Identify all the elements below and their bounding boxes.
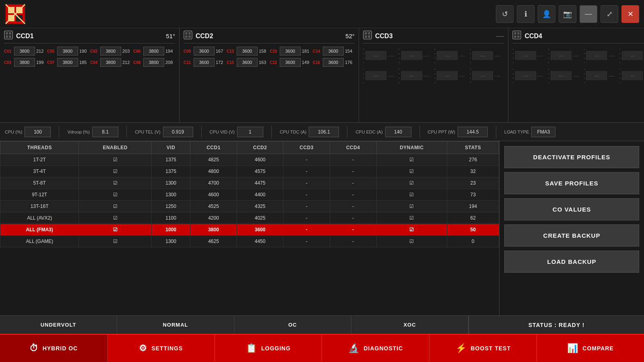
refresh-btn[interactable]: ↺ — [496, 5, 514, 23]
close-btn[interactable]: ✕ — [621, 5, 639, 23]
cell-7-1[interactable]: ☑ — [79, 236, 152, 247]
info-btn[interactable]: ℹ — [517, 5, 535, 23]
nav-boost-test[interactable]: ⚡ BOOST TEST — [429, 335, 537, 362]
core-input-ccd2-4[interactable] — [194, 58, 215, 67]
core-input-ccd4-0[interactable] — [515, 51, 536, 60]
metric-input-cpu-ppt[interactable] — [458, 127, 488, 137]
cell-4-2: 1250 — [152, 201, 190, 212]
core-input-ccd4-4[interactable] — [515, 71, 536, 80]
core-cell-ccd1-6: C04 212 — [90, 58, 132, 67]
cell-0-1[interactable]: ☑ — [79, 154, 152, 166]
core-input-ccd2-3[interactable] — [323, 47, 344, 56]
cell-4-1[interactable]: ☑ — [79, 201, 152, 212]
core-input-ccd4-5[interactable] — [551, 71, 572, 80]
oc-button[interactable]: OC — [234, 316, 351, 334]
core-input-ccd1-4[interactable] — [14, 58, 35, 67]
core-input-ccd2-7[interactable] — [323, 58, 344, 67]
metric-input-cpu-vid[interactable] — [237, 127, 263, 137]
core-input-ccd4-6[interactable] — [586, 71, 607, 80]
save-profiles-button[interactable]: SAVE PROFILES — [504, 172, 639, 194]
cell-7-7[interactable]: ☑ — [376, 236, 447, 247]
metric-input-cpu-tel[interactable] — [163, 127, 193, 137]
user-btn[interactable]: 👤 — [538, 5, 555, 23]
core-input-ccd3-6[interactable] — [437, 71, 458, 80]
normal-button[interactable]: NORMAL — [117, 316, 234, 334]
table-row: 3T-4T☑137548004575--☑32 — [0, 166, 499, 177]
core-cell-ccd3-7: ---- ---- — [470, 67, 504, 84]
cell-4-7[interactable]: ☑ — [376, 201, 447, 212]
core-cell-ccd4-5: ---- ---- — [548, 67, 582, 84]
cell-6-4: 3600 — [237, 224, 283, 236]
cell-1-1[interactable]: ☑ — [79, 166, 152, 177]
os-info — [38, 10, 496, 18]
undervolt-button[interactable]: UNDERVOLT — [0, 316, 117, 334]
core-input-ccd3-7[interactable] — [472, 71, 493, 80]
cell-0-7[interactable]: ☑ — [376, 154, 447, 166]
cell-0-3: 4825 — [190, 154, 237, 166]
core-input-ccd2-6[interactable] — [280, 58, 301, 67]
cell-5-1[interactable]: ☑ — [79, 212, 152, 224]
table-row: 13T-16T☑125045254325--☑194 — [0, 201, 499, 212]
cell-3-7[interactable]: ☑ — [376, 189, 447, 201]
metric-item-load-type: LOAD TYPE — [504, 127, 556, 137]
core-input-ccd3-3[interactable] — [472, 51, 493, 60]
cell-6-7[interactable]: ☑ — [376, 224, 447, 236]
nav-logging[interactable]: 📋 LOGGING — [215, 335, 322, 362]
core-input-ccd2-1[interactable] — [237, 47, 258, 56]
metric-input-cpu-tdc[interactable] — [309, 127, 339, 137]
load-backup-button[interactable]: LOAD BACKUP — [504, 251, 639, 273]
cell-6-1[interactable]: ☑ — [79, 224, 152, 236]
core-input-ccd1-5[interactable] — [57, 58, 78, 67]
cell-5-7[interactable]: ☑ — [376, 212, 447, 224]
metric-item-cpu-percent: CPU (%) — [5, 127, 51, 137]
core-input-ccd4-1[interactable] — [551, 51, 572, 60]
metric-input-load-type[interactable] — [531, 127, 555, 137]
metric-input-vdroop[interactable] — [92, 127, 118, 137]
svg-rect-14 — [185, 32, 188, 35]
cell-5-4: 4025 — [237, 212, 283, 224]
screenshot-btn[interactable]: 📷 — [559, 5, 576, 23]
deactivate-profiles-button[interactable]: DEACTIVATE PROFILES — [504, 146, 639, 168]
metric-input-cpu-percent[interactable] — [25, 127, 51, 137]
core-input-ccd3-2[interactable] — [437, 51, 458, 60]
core-input-ccd3-0[interactable] — [365, 51, 386, 60]
cell-3-1[interactable]: ☑ — [79, 189, 152, 201]
co-values-button[interactable]: CO VALUES — [504, 198, 639, 220]
nav-boost-test-icon: ⚡ — [456, 343, 467, 354]
nav-hybrid-oc[interactable]: ⏱ HYBRID OC — [0, 335, 107, 362]
xoc-button[interactable]: XOC — [351, 316, 469, 334]
ccd-header-ccd4: CCD4 ---- — [512, 31, 644, 43]
cell-2-7[interactable]: ☑ — [376, 177, 447, 189]
restore-btn[interactable]: ⤢ — [601, 5, 618, 23]
cell-1-7[interactable]: ☑ — [376, 166, 447, 177]
metric-label-cpu-tel: CPU TEL (V) — [135, 130, 161, 134]
minimize-btn[interactable]: — — [580, 5, 597, 23]
metric-input-cpu-edc[interactable] — [385, 127, 411, 137]
nav-compare[interactable]: 📊 COMPARE — [537, 335, 644, 362]
core-input-ccd1-1[interactable] — [57, 47, 78, 56]
nav-settings[interactable]: ⚙ SETTINGS — [107, 335, 215, 362]
core-input-ccd4-7[interactable] — [622, 71, 643, 80]
core-input-ccd2-2[interactable] — [280, 47, 301, 56]
metric-label-cpu-edc: CPU EDC (A) — [355, 130, 382, 134]
core-input-ccd2-0[interactable] — [194, 47, 215, 56]
cell-2-1[interactable]: ☑ — [79, 177, 152, 189]
metric-item-cpu-vid: CPU VID (V) — [210, 127, 263, 137]
core-input-ccd3-4[interactable] — [365, 71, 386, 80]
core-input-ccd3-5[interactable] — [401, 71, 422, 80]
core-input-ccd1-3[interactable] — [143, 47, 164, 56]
nav-diagnostic[interactable]: 🔬 DIAGNOSTIC — [322, 335, 429, 362]
core-input-ccd1-7[interactable] — [143, 58, 164, 67]
core-input-ccd1-2[interactable] — [100, 47, 121, 56]
core-input-ccd2-5[interactable] — [237, 58, 258, 67]
core-input-ccd4-3[interactable] — [622, 51, 643, 60]
svg-rect-21 — [365, 35, 367, 38]
svg-rect-24 — [514, 32, 516, 35]
core-input-ccd3-1[interactable] — [401, 51, 422, 60]
core-input-ccd4-2[interactable] — [586, 51, 607, 60]
cell-2-3: 4700 — [190, 177, 237, 189]
cell-2-6: - — [330, 177, 376, 189]
create-backup-button[interactable]: CREATE BACKUP — [504, 224, 639, 247]
core-input-ccd1-0[interactable] — [14, 47, 35, 56]
core-input-ccd1-6[interactable] — [100, 58, 121, 67]
